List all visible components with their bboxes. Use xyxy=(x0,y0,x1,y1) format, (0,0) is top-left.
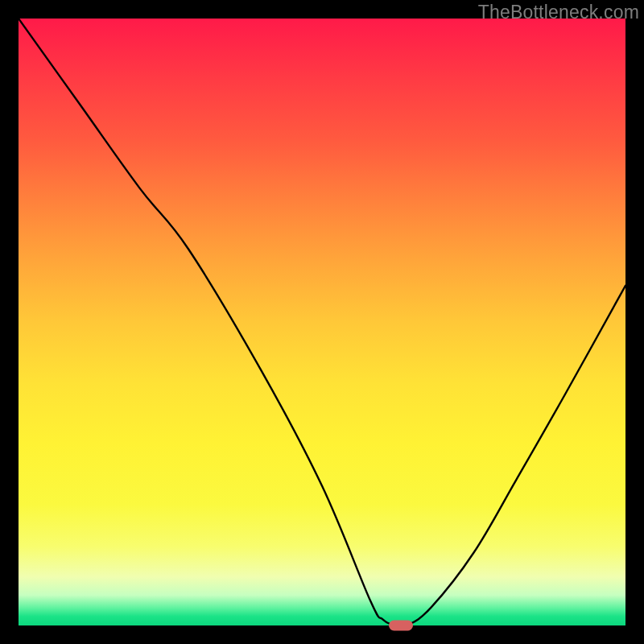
plot-area xyxy=(19,19,625,625)
watermark-text: TheBottleneck.com xyxy=(478,2,639,23)
chart-frame: TheBottleneck.com xyxy=(0,0,644,644)
optimal-marker xyxy=(389,621,413,631)
bottleneck-curve xyxy=(19,19,625,625)
